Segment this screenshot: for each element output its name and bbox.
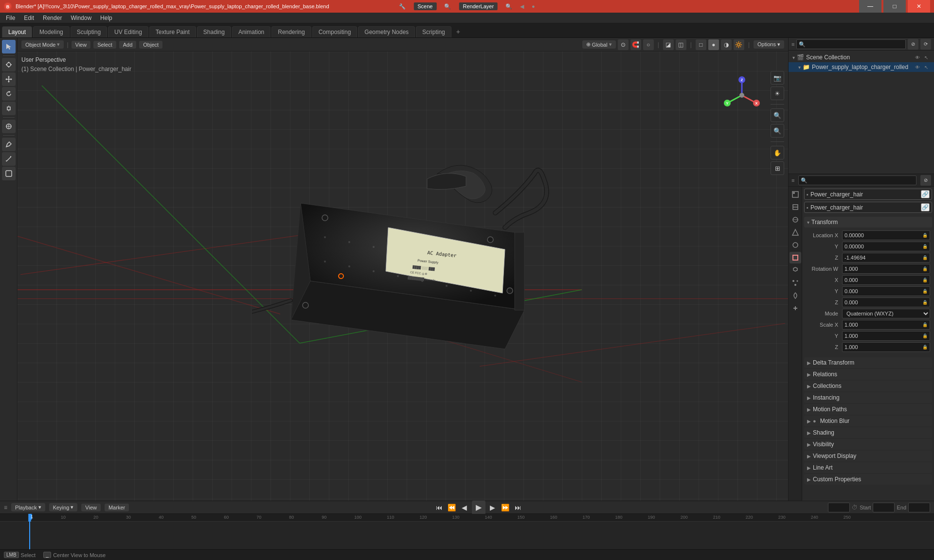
outliner-filter[interactable]: ⊘ bbox=[908, 39, 918, 50]
mesh-name-action[interactable]: 🔗 bbox=[921, 203, 930, 211]
line-art-section[interactable]: ▶ Line Art bbox=[804, 462, 932, 473]
maximize-button[interactable]: □ bbox=[883, 0, 906, 13]
outliner-power-supply[interactable]: ▾ 📁 Power_supply_laptop_charger_rolled 👁… bbox=[789, 62, 934, 72]
outliner-cursor[interactable]: ↖ bbox=[922, 53, 930, 61]
pan-view[interactable]: ✋ bbox=[771, 146, 784, 159]
tool-measure[interactable] bbox=[2, 152, 16, 166]
collections-section[interactable]: ▶ Collections bbox=[804, 381, 932, 391]
outliner-cursor-2[interactable]: ↖ bbox=[922, 63, 930, 71]
rotation-w-value[interactable]: 1.000 🔒 bbox=[842, 264, 930, 274]
grid-view[interactable]: ⊞ bbox=[771, 161, 784, 175]
menu-help[interactable]: Help bbox=[96, 14, 116, 22]
tool-cursor[interactable] bbox=[2, 58, 16, 71]
relations-section[interactable]: ▶ Relations bbox=[804, 369, 932, 380]
location-z-value[interactable]: -1.49694 🔒 bbox=[842, 253, 930, 262]
marker-menu[interactable]: Marker bbox=[105, 504, 129, 511]
outliner-eye[interactable]: 👁 bbox=[914, 53, 921, 61]
render-mode[interactable]: 🔆 bbox=[734, 39, 744, 50]
rotation-y-value[interactable]: 0.000 🔒 bbox=[842, 286, 930, 296]
motion-blur-section[interactable]: ▶ ● Motion Blur bbox=[804, 416, 932, 426]
scale-z-value[interactable]: 1.000 🔒 bbox=[842, 342, 930, 352]
prop-tab-particles[interactable] bbox=[790, 277, 801, 289]
custom-properties-section[interactable]: ▶ Custom Properties bbox=[804, 474, 932, 485]
prev-keyframe[interactable]: ⏪ bbox=[447, 502, 457, 513]
viewport-display-section[interactable]: ▶ Viewport Display bbox=[804, 451, 932, 461]
close-button[interactable]: ✕ bbox=[908, 0, 930, 13]
tool-scale[interactable] bbox=[2, 102, 16, 115]
keying-menu[interactable]: Keying ▾ bbox=[49, 503, 78, 511]
options-button[interactable]: Options ▾ bbox=[754, 40, 784, 49]
lookdev-mode[interactable]: ◑ bbox=[721, 39, 732, 50]
tab-rendering[interactable]: Rendering bbox=[271, 26, 311, 37]
tab-layout[interactable]: Layout bbox=[2, 26, 32, 37]
add-menu[interactable]: Add bbox=[119, 41, 137, 49]
tab-scripting[interactable]: Scripting bbox=[416, 26, 451, 37]
step-forward[interactable]: ▶ bbox=[487, 502, 498, 513]
rotation-x-lock[interactable]: 🔒 bbox=[922, 278, 928, 282]
menu-file[interactable]: File bbox=[2, 14, 19, 22]
tab-animation[interactable]: Animation bbox=[232, 26, 270, 37]
location-x-value[interactable]: 0.00000 🔒 bbox=[842, 230, 930, 240]
rotation-z-value[interactable]: 0.000 🔒 bbox=[842, 298, 930, 307]
tool-object[interactable] bbox=[2, 167, 16, 180]
viewport-area[interactable]: Object Mode ▾ | View Select Add Object ⊕… bbox=[18, 38, 788, 501]
location-x-lock[interactable]: 🔒 bbox=[922, 233, 928, 238]
prop-tab-physics[interactable] bbox=[790, 290, 801, 301]
pivot-point[interactable]: ⊙ bbox=[618, 39, 629, 50]
mode-selector[interactable]: Object Mode ▾ bbox=[21, 40, 64, 49]
prop-tab-output[interactable] bbox=[790, 201, 801, 213]
viewport-content[interactable]: AC Adapter Power Supply ████ ░░░ ███ CE … bbox=[18, 52, 788, 501]
jump-to-start[interactable]: ⏮ bbox=[434, 502, 445, 513]
tab-uv-editing[interactable]: UV Editing bbox=[108, 26, 148, 37]
prop-tab-constraints[interactable] bbox=[790, 302, 801, 314]
tab-sculpting[interactable]: Sculpting bbox=[71, 26, 107, 37]
shading-section[interactable]: ▶ Shading bbox=[804, 427, 932, 438]
end-frame-input[interactable]: 250 bbox=[908, 503, 930, 512]
solid-mode[interactable]: ● bbox=[708, 39, 719, 50]
rotation-x-value[interactable]: 0.000 🔒 bbox=[842, 275, 930, 285]
tab-shading[interactable]: Shading bbox=[197, 26, 231, 37]
tab-geometry-nodes[interactable]: Geometry Nodes bbox=[358, 26, 415, 37]
props-search[interactable] bbox=[798, 175, 916, 185]
location-y-lock[interactable]: 🔒 bbox=[922, 244, 928, 249]
props-filter[interactable]: ⊘ bbox=[920, 175, 931, 186]
start-frame-input[interactable]: 1 bbox=[873, 503, 895, 512]
camera-toggle[interactable]: 📷 bbox=[771, 71, 784, 85]
transform-section-header[interactable]: ▾ Transform bbox=[804, 217, 932, 228]
outliner-search[interactable] bbox=[796, 39, 906, 49]
tool-rotate[interactable] bbox=[2, 87, 16, 101]
tab-compositing[interactable]: Compositing bbox=[312, 26, 358, 37]
step-back[interactable]: ◀ bbox=[459, 502, 470, 513]
prop-tab-object[interactable] bbox=[790, 252, 801, 263]
menu-render[interactable]: Render bbox=[39, 14, 66, 22]
next-keyframe[interactable]: ⏩ bbox=[500, 502, 511, 513]
scale-z-lock[interactable]: 🔒 bbox=[922, 345, 928, 350]
tab-modeling[interactable]: Modeling bbox=[33, 26, 70, 37]
tab-texture-paint[interactable]: Texture Paint bbox=[149, 26, 196, 37]
tool-transform[interactable] bbox=[2, 120, 16, 133]
wireframe-mode[interactable]: □ bbox=[696, 39, 706, 50]
object-name-action[interactable]: 🔗 bbox=[921, 190, 930, 198]
location-y-value[interactable]: 0.00000 🔒 bbox=[842, 242, 930, 251]
location-z-lock[interactable]: 🔒 bbox=[922, 255, 928, 260]
proportional-editing[interactable]: ○ bbox=[643, 39, 654, 50]
scale-x-lock[interactable]: 🔒 bbox=[922, 322, 928, 327]
gizmo-widget[interactable]: Z X Y bbox=[722, 76, 761, 115]
tab-add[interactable]: + bbox=[452, 26, 464, 37]
playback-menu[interactable]: Playback ▾ bbox=[11, 503, 45, 511]
play-button[interactable]: ▶ bbox=[472, 501, 485, 514]
rotation-mode-select[interactable]: Quaternion (WXYZ) bbox=[842, 309, 930, 318]
rotation-w-lock[interactable]: 🔒 bbox=[922, 266, 928, 271]
view-menu[interactable]: View bbox=[72, 41, 91, 49]
minimize-button[interactable]: — bbox=[859, 0, 881, 13]
transform-orientation[interactable]: ⊕ Global ▾ bbox=[582, 40, 616, 49]
delta-transform-section[interactable]: ▶ Delta Transform bbox=[804, 357, 932, 368]
scale-y-value[interactable]: 1.000 🔒 bbox=[842, 331, 930, 341]
overlay-toggle[interactable]: ◪ bbox=[663, 39, 674, 50]
select-menu[interactable]: Select bbox=[93, 41, 116, 49]
visibility-section[interactable]: ▶ Visibility bbox=[804, 439, 932, 450]
prop-tab-view-layer[interactable] bbox=[790, 214, 801, 226]
prop-tab-world[interactable] bbox=[790, 239, 801, 251]
rotation-y-lock[interactable]: 🔒 bbox=[922, 289, 928, 294]
current-frame-input[interactable]: 1 bbox=[828, 503, 850, 512]
